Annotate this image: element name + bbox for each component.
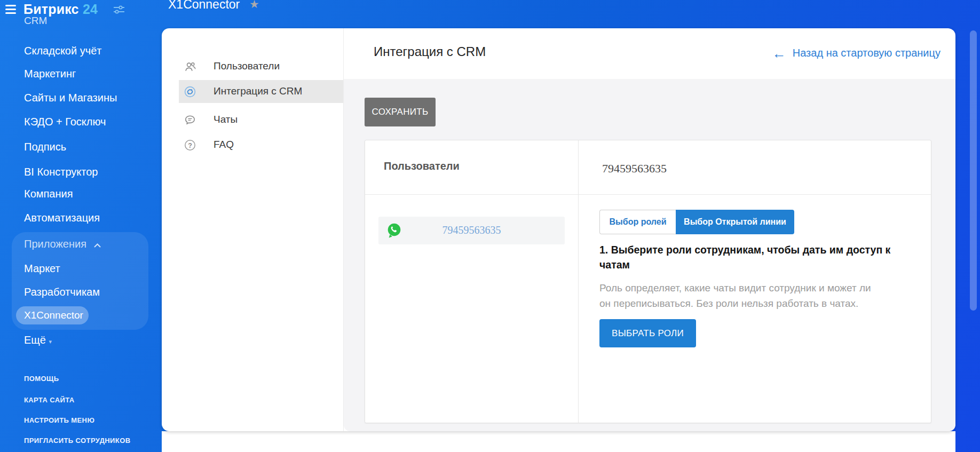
tab-bar: Выбор ролей Выбор Открытой линии [599, 210, 794, 234]
sidebar-item-market[interactable]: Маркет [24, 261, 60, 275]
favorite-star-icon[interactable]: ★ [249, 0, 259, 11]
sidebar-item-marketing[interactable]: Маркетинг [24, 67, 76, 81]
choose-roles-button[interactable]: ВЫБРАТЬ РОЛИ [599, 319, 696, 347]
page-bottom-strip [162, 431, 955, 452]
question-icon: ? [184, 139, 196, 151]
caret-down-icon: ▾ [49, 338, 52, 345]
sidebar-item-sign[interactable]: Подпись [24, 140, 66, 154]
table-header-phone: 79459563635 [602, 162, 667, 176]
sidebar-item-company[interactable]: Компания [24, 187, 73, 201]
app-card: Пользователи Интеграция с CRM Чаты [162, 28, 955, 431]
page-title: X1Connector [168, 0, 240, 12]
sidebar-footer-invite[interactable]: ПРИГЛАСИТЬ СОТРУДНИКОВ [24, 437, 131, 445]
sidebar-item-bi[interactable]: BI Конструктор [24, 165, 98, 179]
sync-icon [184, 86, 196, 98]
svg-text:?: ? [188, 142, 192, 149]
sidebar-group-apps[interactable]: Приложения [24, 237, 101, 251]
table-header-border [365, 194, 931, 195]
panel-title: Интеграция с CRM [374, 44, 486, 59]
tab-roles[interactable]: Выбор ролей [599, 210, 676, 234]
users-icon [184, 61, 196, 73]
sidebar-item-warehouse[interactable]: Складской учёт [24, 44, 101, 58]
sidebar-footer-menu-settings[interactable]: НАСТРОИТЬ МЕНЮ [24, 416, 94, 424]
save-button[interactable]: СОХРАНИТЬ [365, 98, 436, 126]
nav-item-chats[interactable]: Чаты [162, 108, 343, 132]
sidebar-item-more[interactable]: Ещё ▾ [24, 333, 52, 348]
sidebar-item-sites[interactable]: Сайты и Магазины [24, 91, 117, 105]
phone-row[interactable]: 79459563635 [378, 217, 565, 244]
sidebar-footer-sitemap[interactable]: КАРТА САЙТА [24, 396, 75, 404]
nav-item-users[interactable]: Пользователи [162, 55, 343, 78]
sidebar-item-x1connector[interactable]: X1Connector [24, 308, 83, 322]
back-link[interactable]: ← Назад на стартовую страницу [772, 47, 941, 59]
phone-number: 79459563635 [378, 224, 565, 236]
sidebar-item-developers[interactable]: Разработчикам [24, 285, 100, 299]
page: Битрикс 24 X1Connector ★ CRM Складской у… [0, 0, 980, 452]
step-description: Роль определяет, какие чаты видит сотруд… [599, 280, 906, 311]
sidebar-footer-help[interactable]: ПОМОЩЬ [24, 375, 59, 383]
sidebar: CRM Складской учёт Маркетинг Сайты и Маг… [0, 0, 162, 452]
table-header-users: Пользователи [384, 160, 460, 172]
back-arrow-icon: ← [772, 48, 786, 59]
nav-item-crm-integration[interactable]: Интеграция с CRM [179, 80, 343, 103]
chat-icon [184, 114, 196, 126]
sidebar-item-crm-clipped[interactable]: CRM [24, 17, 47, 28]
sidebar-item-kedo[interactable]: КЭДО + Госключ [24, 115, 106, 129]
step-heading: 1. Выберите роли сотрудникам, чтобы дать… [599, 242, 914, 272]
vertical-scrollbar[interactable] [970, 30, 977, 311]
chevron-up-icon [94, 243, 101, 248]
sidebar-item-automation[interactable]: Автоматизация [24, 211, 100, 225]
table-column-divider [578, 140, 579, 423]
integration-table: Пользователи 79459563635 79459563635 Выб… [365, 140, 931, 423]
nav-item-faq[interactable]: ? FAQ [162, 133, 343, 157]
tab-open-line[interactable]: Выбор Открытой линии [676, 210, 794, 234]
